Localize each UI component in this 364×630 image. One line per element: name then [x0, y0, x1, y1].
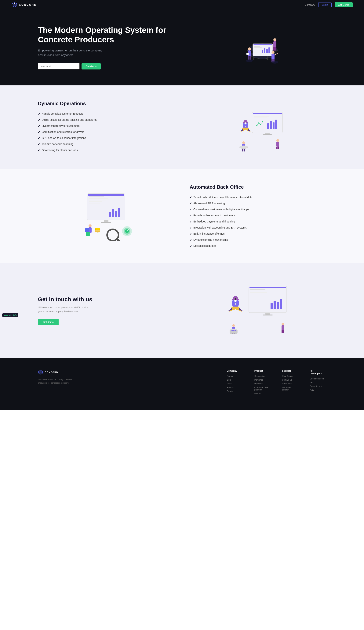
footer-link-item[interactable]: Contact us [282, 379, 298, 381]
footer-link-item[interactable]: Personas [254, 379, 271, 381]
check-icon: ✔ [38, 112, 40, 116]
footer-tagline: Innovative solutions built by concrete p… [38, 378, 80, 384]
check-icon: ✔ [38, 124, 40, 128]
svg-rect-36 [267, 124, 269, 129]
svg-rect-31 [253, 113, 282, 114]
dynamic-ops-section: Dynamic Operations ✔Handle complex custo… [0, 86, 364, 169]
svg-rect-16 [249, 56, 251, 60]
login-button[interactable]: Login [318, 2, 332, 8]
check-icon: ✔ [38, 130, 40, 134]
footer-link-item[interactable]: Open Source [310, 385, 326, 388]
nav-company-link[interactable]: Company [305, 4, 315, 6]
footer-link-item[interactable]: Blog [227, 379, 243, 381]
backoffice-content: Automated Back Office ✔Seamlessly bill &… [189, 184, 326, 248]
footer-col-1: ProductConnectionsPersonasProtocolsCusto… [254, 370, 271, 395]
svg-rect-97 [263, 314, 273, 316]
svg-rect-94 [277, 302, 279, 309]
svg-rect-24 [271, 54, 275, 59]
footer-link-item[interactable]: Help Center [282, 375, 298, 377]
check-icon: ✔ [189, 238, 192, 242]
hero-demo-button[interactable]: Get demo [82, 63, 101, 70]
footer-link-item[interactable]: Documentation [310, 378, 326, 380]
footer-link-item[interactable]: Become a partner [282, 386, 298, 391]
check-icon: ✔ [189, 208, 192, 212]
dynamic-ops-svg [227, 100, 288, 154]
touch-svg [211, 278, 290, 343]
dynamic-ops-content: Dynamic Operations ✔Handle complex custo… [38, 100, 175, 152]
svg-rect-62 [89, 200, 106, 200]
footer-col-title-3: For Developers [310, 370, 326, 375]
footer-link-item[interactable]: Press [227, 382, 243, 385]
svg-rect-65 [109, 212, 111, 217]
svg-rect-11 [266, 49, 268, 53]
check-icon: ✔ [189, 244, 192, 248]
footer-links-2: Help CenterContact usResourcesBecome a p… [282, 375, 298, 391]
svg-point-106 [232, 324, 235, 327]
footer-link-item[interactable]: API [310, 381, 326, 384]
svg-rect-17 [246, 53, 249, 55]
backoffice-list-item: ✔Digital sales quotes [189, 244, 326, 248]
svg-point-43 [245, 122, 246, 124]
svg-rect-51 [276, 142, 279, 146]
svg-rect-34 [254, 118, 267, 118]
svg-rect-100 [282, 330, 283, 333]
svg-rect-40 [265, 133, 270, 134]
footer-link-item[interactable]: Careers [227, 375, 243, 377]
dynamic-ops-illustration [189, 100, 326, 154]
svg-rect-39 [275, 120, 277, 129]
touch-demo-button[interactable]: Get demo [38, 319, 59, 325]
svg-rect-7 [254, 48, 262, 48]
footer-link-item[interactable]: Resources [282, 382, 298, 385]
nav-logo: CONCORD [11, 2, 37, 8]
footer-logo-text: CONCORD [45, 371, 58, 373]
touch-title: Get in touch with us [38, 296, 164, 302]
footer-col-title-1: Product [254, 370, 271, 372]
svg-rect-37 [270, 121, 272, 129]
svg-point-98 [282, 323, 284, 325]
svg-rect-70 [101, 222, 111, 223]
backoffice-list-item: ✔Seamlessly bill & run payroll from oper… [189, 195, 326, 200]
footer-link-item[interactable]: Connections [254, 375, 271, 377]
svg-point-112 [231, 330, 233, 331]
backoffice-list-item: ✔Onboard new customers with digital cred… [189, 208, 326, 212]
svg-rect-67 [115, 211, 117, 217]
svg-rect-63 [89, 201, 102, 202]
footer-links-3: DocumentationAPIOpen SourceBuild [310, 378, 326, 391]
touch-section: Get in touch with us Utilize our tech to… [0, 263, 364, 358]
made-with-badge: Made with Softr [2, 314, 18, 317]
check-icon: ✔ [189, 214, 192, 218]
svg-rect-68 [118, 208, 120, 217]
svg-rect-89 [250, 290, 269, 291]
svg-rect-60 [89, 196, 104, 198]
hero-content: The Modern Operating System for Concrete… [38, 26, 176, 70]
svg-rect-33 [254, 116, 269, 117]
hero-section: The Modern Operating System for Concrete… [0, 10, 364, 86]
svg-rect-59 [88, 194, 124, 196]
dynamic-ops-list-item: ✔Job-site bar code scanning [38, 142, 175, 146]
svg-rect-47 [242, 149, 243, 152]
svg-point-104 [235, 303, 236, 305]
hero-email-input[interactable] [38, 63, 80, 70]
svg-rect-38 [273, 122, 275, 129]
footer-link-item[interactable]: Customer data platform [254, 386, 271, 391]
check-icon: ✔ [189, 232, 192, 236]
dynamic-ops-list-item: ✔Live transparency for customers [38, 124, 175, 128]
footer-link-item[interactable]: Events [227, 390, 243, 392]
footer-link-item[interactable]: Podcast [227, 386, 243, 388]
footer-link-item[interactable]: Protocols [254, 382, 271, 385]
svg-rect-88 [250, 289, 265, 290]
dynamic-ops-list-item: ✔Geofencing for plants and jobs [38, 148, 175, 152]
get-demo-nav-button[interactable]: Get Demo [335, 2, 353, 8]
footer-link-item[interactable]: Build [310, 389, 326, 391]
svg-rect-64 [89, 203, 100, 204]
footer-link-item[interactable]: Events [254, 392, 271, 395]
nav-right: Company Login Get Demo [305, 2, 353, 8]
svg-rect-10 [264, 48, 265, 53]
svg-point-50 [276, 139, 279, 142]
svg-rect-91 [250, 294, 264, 294]
dynamic-ops-list-item: ✔GPS and on-truck sensor integrations [38, 136, 175, 140]
touch-content: Get in touch with us Utilize our tech to… [38, 296, 164, 326]
dynamic-ops-list-item: ✔Gamification and rewards for drivers [38, 130, 175, 134]
backoffice-section: Automated Back Office ✔Seamlessly bill &… [0, 169, 364, 263]
hero-title: The Modern Operating System for Concrete… [38, 26, 176, 44]
